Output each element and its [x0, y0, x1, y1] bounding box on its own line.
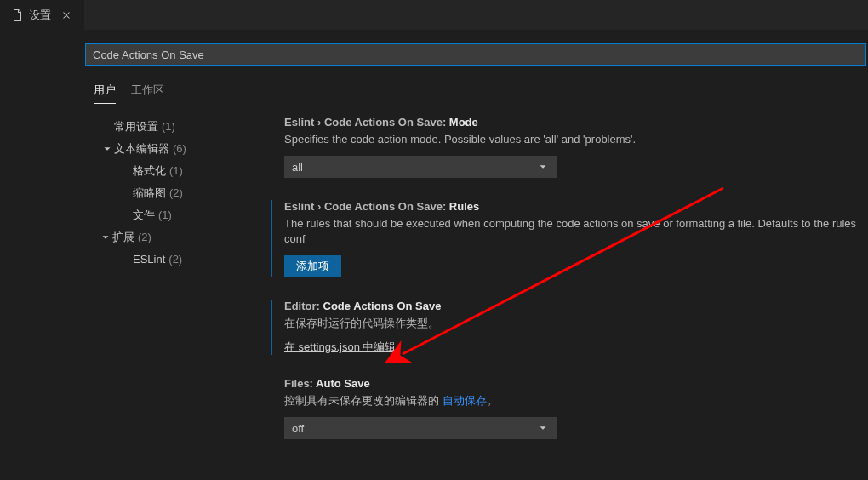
toc-item-extensions[interactable]: 扩展 (2) [15, 226, 247, 249]
setting-description: Specifies the code action mode. Possible… [284, 132, 868, 147]
toc-count: (2) [138, 228, 151, 247]
mode-select[interactable]: all [284, 156, 557, 178]
close-icon[interactable] [60, 9, 73, 22]
setting-title: Files: Auto Save [284, 377, 868, 390]
tab-title: 设置 [29, 8, 51, 23]
setting-eslint-code-actions-mode: Eslint › Code Actions On Save: Mode Spec… [271, 116, 868, 178]
setting-files-auto-save: Files: Auto Save 控制具有未保存更改的编辑器的 自动保存。 of… [271, 377, 868, 439]
chevron-down-icon [537, 422, 549, 434]
toc-item-minimap[interactable]: 缩略图 (2) [15, 182, 247, 204]
select-value: off [292, 422, 304, 435]
settings-search-input[interactable] [85, 43, 866, 66]
toc-label: 文件 [133, 206, 155, 225]
scope-tab-workspace[interactable]: 工作区 [131, 77, 164, 104]
auto-save-link[interactable]: 自动保存 [443, 394, 487, 407]
toc-label: 缩略图 [133, 184, 166, 203]
setting-description: 控制具有未保存更改的编辑器的 自动保存。 [284, 393, 868, 409]
edit-in-settings-json-link[interactable]: 在 settings.json 中编辑 [284, 340, 397, 353]
toc-label: 文本编辑器 [114, 140, 169, 158]
toc-label: 扩展 [112, 228, 134, 247]
auto-save-select[interactable]: off [284, 417, 557, 439]
setting-description: The rules that should be executed when c… [284, 216, 868, 247]
toc-count: (1) [162, 117, 175, 136]
toc-label: ESLint [133, 250, 165, 269]
toc-item-formatting[interactable]: 格式化 (1) [15, 160, 247, 182]
toc-count: (1) [169, 162, 183, 180]
setting-title: Eslint › Code Actions On Save: Mode [284, 116, 868, 129]
chevron-down-icon [537, 161, 549, 173]
scope-tab-user[interactable]: 用户 [94, 77, 116, 104]
setting-description: 在保存时运行的代码操作类型。 [284, 316, 868, 331]
setting-eslint-code-actions-rules: Eslint › Code Actions On Save: Rules The… [271, 200, 868, 277]
toc-count: (1) [158, 206, 172, 225]
setting-title: Eslint › Code Actions On Save: Rules [284, 200, 868, 213]
scope-tabs: 用户 工作区 [94, 77, 868, 104]
setting-title: Editor: Code Actions On Save [284, 300, 868, 312]
file-icon [10, 9, 24, 22]
toc-label: 格式化 [133, 162, 166, 180]
tab-settings[interactable]: 设置 [0, 0, 85, 30]
toc-item-common[interactable]: 常用设置 (1) [15, 116, 247, 138]
chevron-down-icon [100, 142, 114, 156]
toc-item-files[interactable]: 文件 (1) [15, 204, 247, 226]
select-value: all [292, 161, 303, 174]
settings-toc: 常用设置 (1) 文本编辑器 (6) 格式化 (1) 缩略图 (2) 文件 (1… [0, 107, 247, 461]
setting-editor-code-actions-on-save: Editor: Code Actions On Save 在保存时运行的代码操作… [271, 300, 868, 355]
toc-count: (2) [169, 184, 183, 203]
toc-count: (2) [168, 250, 182, 269]
toc-item-text-editor[interactable]: 文本编辑器 (6) [15, 138, 247, 160]
toc-label: 常用设置 [114, 117, 158, 136]
toc-item-eslint[interactable]: ESLint (2) [15, 249, 247, 271]
toc-count: (6) [173, 140, 186, 158]
chevron-down-icon [99, 231, 112, 244]
settings-editor: 用户 工作区 常用设置 (1) 文本编辑器 (6) 格式化 (1) 缩略图 (2… [0, 30, 868, 461]
add-item-button[interactable]: 添加项 [284, 255, 341, 277]
tab-bar: 设置 [0, 0, 868, 30]
settings-list: Eslint › Code Actions On Save: Mode Spec… [247, 107, 868, 461]
